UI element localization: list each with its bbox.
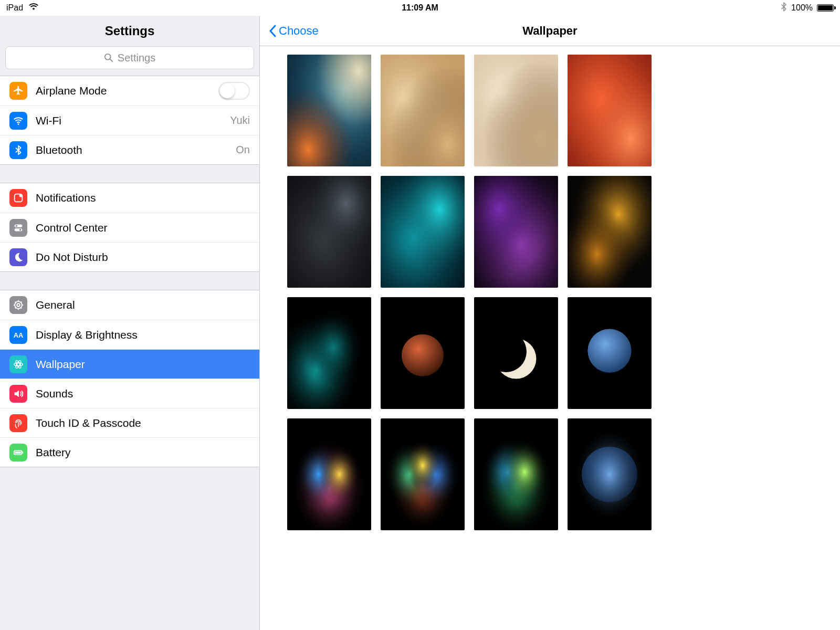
wallpaper-thumb-mars[interactable]: [381, 297, 465, 409]
svg-point-10: [17, 303, 20, 307]
svg-rect-51: [568, 176, 652, 288]
sidebar-item-display[interactable]: AADisplay & Brightness: [0, 320, 259, 349]
sidebar-item-battery[interactable]: Battery: [0, 437, 259, 467]
sidebar-item-label: Display & Brightness: [36, 329, 138, 341]
svg-rect-45: [381, 176, 465, 288]
wallpaper-thumb-flowers-gold[interactable]: [568, 176, 652, 288]
svg-point-2: [18, 123, 19, 124]
sidebar-item-general[interactable]: General: [0, 290, 259, 320]
svg-line-15: [15, 302, 16, 303]
svg-rect-77: [568, 418, 652, 530]
wallpaper-thumb-wave-blue-orange[interactable]: [287, 55, 371, 166]
wallpaper-thumb-feather-teal[interactable]: [381, 176, 465, 288]
sidebar-item-value: On: [236, 144, 250, 156]
sidebar-item-label: Wallpaper: [36, 358, 85, 371]
wallpaper-thumb-ink-burst-pink[interactable]: [287, 418, 371, 530]
sidebar-item-bluetooth[interactable]: BluetoothOn: [0, 135, 259, 164]
wallpaper-thumb-dune-soft[interactable]: [474, 55, 558, 166]
sidebar-title: Settings: [0, 16, 259, 46]
search-placeholder: Settings: [118, 52, 155, 64]
battery-pct: 100%: [791, 3, 813, 13]
detail-title: Wallpaper: [260, 24, 840, 38]
svg-point-8: [19, 228, 22, 230]
fingerprint-icon: [9, 414, 27, 432]
gear-icon: [9, 296, 27, 314]
control-center-icon: [9, 219, 27, 237]
sidebar-item-notifications[interactable]: Notifications: [0, 183, 259, 213]
sidebar-item-value: Yuki: [230, 114, 250, 127]
wallpaper-thumb-neptune[interactable]: [568, 297, 652, 409]
wallpaper-thumb-feather-purple[interactable]: [474, 176, 558, 288]
bluetooth-status-icon: [781, 2, 787, 14]
svg-rect-65: [287, 418, 371, 530]
wallpaper-thumb-dune-sand[interactable]: [381, 55, 465, 166]
back-label: Choose: [279, 24, 319, 38]
svg-line-16: [21, 308, 22, 309]
wallpaper-thumb-ink-burst-rainbow[interactable]: [381, 418, 465, 530]
svg-point-6: [16, 225, 18, 227]
svg-rect-25: [22, 452, 23, 454]
svg-point-59: [486, 331, 527, 372]
clock: 11:09 AM: [0, 3, 840, 13]
svg-rect-74: [474, 418, 558, 530]
svg-line-1: [110, 59, 113, 62]
svg-rect-54: [287, 297, 371, 409]
svg-rect-39: [568, 55, 652, 166]
wallpaper-thumb-flamingo-feathers[interactable]: [568, 55, 652, 166]
sidebar-item-label: Notifications: [36, 192, 96, 204]
sidebar-item-touchid[interactable]: Touch ID & Passcode: [0, 408, 259, 437]
wifi-icon: [9, 112, 27, 130]
svg-rect-70: [381, 418, 465, 530]
svg-point-61: [587, 329, 631, 373]
settings-sidebar: Settings Settings Airplane ModeWi-FiYuki…: [0, 16, 260, 630]
wifi-status-icon: [28, 3, 39, 13]
wallpaper-thumb-abstract-teal[interactable]: [287, 297, 371, 409]
status-bar: iPad 11:09 AM 100%: [0, 0, 840, 16]
sidebar-item-label: Do Not Disturb: [36, 251, 108, 264]
svg-point-0: [105, 54, 111, 60]
device-label: iPad: [6, 3, 23, 13]
battery-icon: [9, 444, 27, 461]
brightness-icon: AA: [9, 326, 27, 344]
battery-icon: [817, 4, 834, 12]
sidebar-item-sounds[interactable]: Sounds: [0, 379, 259, 408]
speaker-icon: [9, 385, 27, 403]
wallpaper-grid: [260, 46, 840, 530]
sidebar-item-label: Control Center: [36, 222, 108, 234]
wallpaper-thumb-ink-burst-green[interactable]: [474, 418, 558, 530]
sidebar-item-controlcenter[interactable]: Control Center: [0, 213, 259, 242]
svg-line-17: [15, 308, 16, 309]
sidebar-item-airplane[interactable]: Airplane Mode: [0, 76, 259, 106]
back-button[interactable]: Choose: [268, 24, 319, 38]
wallpaper-thumb-moon-crescent[interactable]: [474, 297, 558, 409]
sidebar-item-label: Battery: [36, 446, 71, 459]
svg-rect-33: [381, 55, 465, 166]
settings-search-input[interactable]: Settings: [5, 46, 254, 69]
sidebar-item-label: Airplane Mode: [36, 85, 107, 97]
wallpaper-thumb-wing-grey[interactable]: [287, 176, 371, 288]
sidebar-item-label: General: [36, 299, 75, 311]
sidebar-item-label: Wi-Fi: [36, 114, 61, 127]
wallpaper-detail-panel: Choose Wallpaper: [260, 16, 840, 630]
svg-rect-36: [474, 55, 558, 166]
notifications-icon: [9, 189, 27, 207]
chevron-left-icon: [268, 25, 277, 37]
svg-rect-30: [287, 55, 371, 166]
sidebar-item-label: Bluetooth: [36, 144, 82, 156]
wallpaper-thumb-dandelion-blue[interactable]: [568, 418, 652, 530]
svg-point-56: [402, 334, 444, 376]
airplane-icon: [9, 82, 27, 100]
wallpaper-icon: [9, 355, 27, 373]
sidebar-item-dnd[interactable]: Do Not Disturb: [0, 242, 259, 271]
moon-icon: [9, 248, 27, 266]
sidebar-item-label: Touch ID & Passcode: [36, 417, 141, 429]
airplane-toggle[interactable]: [218, 82, 250, 100]
sidebar-item-wallpaper[interactable]: Wallpaper: [0, 349, 259, 379]
search-icon: [104, 53, 113, 62]
sidebar-item-wifi[interactable]: Wi-FiYuki: [0, 106, 259, 135]
detail-navbar: Choose Wallpaper: [260, 16, 840, 46]
sidebar-item-label: Sounds: [36, 387, 73, 400]
bluetooth-icon: [9, 141, 27, 159]
svg-rect-42: [287, 176, 371, 288]
svg-line-18: [21, 302, 22, 303]
